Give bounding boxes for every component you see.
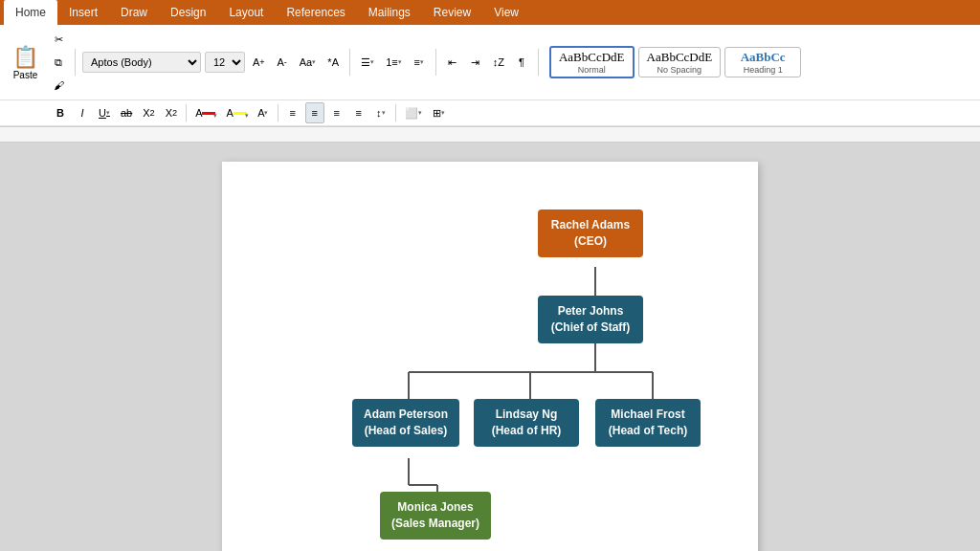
- paste-button[interactable]: 📋 Paste: [6, 42, 45, 83]
- toolbar-row1: 📋 Paste ✂ ⧉ 🖌 Aptos (Body) Arial Times N…: [0, 25, 980, 100]
- head-of-sales-node: Adam Peterson (Head of Sales): [352, 399, 459, 447]
- ceo-node: Rachel Adams (CEO): [538, 209, 643, 257]
- style-heading1-preview: AaBbCc: [733, 50, 792, 65]
- clipboard-small-buttons: ✂ ⧉ 🖌: [49, 29, 68, 96]
- page-area: Rachel Adams (CEO) Peter Johns (Chief of…: [0, 143, 980, 551]
- mgr-name: Monica Jones: [397, 500, 473, 514]
- align-right-button[interactable]: ≡: [327, 102, 346, 123]
- styles-section: AaBbCcDdE Normal AaBbCcDdE No Spacing Aa…: [549, 46, 801, 78]
- chief-of-staff-node: Peter Johns (Chief of Staff): [538, 296, 643, 343]
- shading-button[interactable]: A▾: [254, 102, 273, 123]
- italic-button[interactable]: I: [73, 102, 92, 123]
- strikethrough-button[interactable]: ab: [117, 102, 136, 123]
- increase-indent-button[interactable]: ⇥: [466, 52, 485, 73]
- line-spacing-button[interactable]: ↕ ▾: [371, 102, 390, 123]
- style-no-spacing[interactable]: AaBbCcDdE No Spacing: [638, 47, 722, 77]
- sales-name: Adam Peterson: [364, 408, 448, 421]
- decrease-indent-button[interactable]: ⇤: [443, 52, 462, 73]
- main-area: Rachel Adams (CEO) Peter Johns (Chief of…: [0, 143, 980, 551]
- increase-font-button[interactable]: A+: [249, 52, 269, 73]
- separator1: [75, 49, 76, 76]
- numbering-button[interactable]: 1≡ ▾: [382, 52, 406, 73]
- bullets-button[interactable]: ☰ ▾: [357, 52, 378, 73]
- paste-icon: 📋: [12, 45, 38, 70]
- ceo-title-text: CEO: [578, 234, 603, 248]
- cut-button[interactable]: ✂: [49, 29, 68, 50]
- bold-button[interactable]: B: [51, 102, 70, 123]
- toolbar-row2: B I U ▾ ab X2 X2 A ▾ A ▾ A▾ ≡ ≡ ≡ ≡ ↕ ▾ …: [0, 100, 980, 126]
- org-chart: Rachel Adams (CEO) Peter Johns (Chief of…: [270, 200, 710, 551]
- format-painter-button[interactable]: 🖌: [49, 75, 68, 96]
- ribbon: Home Insert Draw Design Layout Reference…: [0, 0, 980, 127]
- highlight-color-button[interactable]: A ▾: [222, 102, 250, 123]
- font-size-select[interactable]: 12 10 11 14 16: [205, 52, 245, 73]
- font-name-select[interactable]: Aptos (Body) Arial Times New Roman Calib…: [82, 52, 201, 73]
- tab-view[interactable]: View: [482, 0, 530, 25]
- underline-button[interactable]: U ▾: [95, 102, 114, 123]
- style-no-spacing-label: No Spacing: [647, 65, 713, 75]
- tech-name: Michael Frost: [611, 408, 684, 421]
- decrease-font-button[interactable]: A-: [273, 52, 292, 73]
- show-marks-button[interactable]: ¶: [512, 52, 531, 73]
- superscript-button[interactable]: X2: [162, 102, 181, 123]
- tab-home[interactable]: Home: [4, 0, 57, 25]
- hr-title: Head of HR: [496, 424, 558, 437]
- menu-bar: Home Insert Draw Design Layout Reference…: [0, 0, 980, 25]
- tab-review[interactable]: Review: [422, 0, 482, 25]
- separator5: [186, 104, 187, 121]
- style-heading1[interactable]: AaBbCc Heading 1: [724, 47, 801, 77]
- style-normal-label: Normal: [559, 65, 625, 75]
- change-case-button[interactable]: Aa ▾: [296, 52, 320, 73]
- separator2: [349, 49, 350, 76]
- ceo-name: Rachel Adams: [551, 218, 630, 231]
- font-color-button[interactable]: A ▾: [191, 102, 219, 123]
- multilevel-list-button[interactable]: ≡ ▾: [410, 52, 429, 73]
- head-of-tech-node: Michael Frost (Head of Tech): [595, 399, 701, 447]
- cos-title: Chief of Staff: [555, 320, 627, 334]
- separator3: [435, 49, 436, 76]
- align-center-button[interactable]: ≡: [305, 102, 324, 123]
- tech-title: Head of Tech: [612, 424, 683, 437]
- tab-design[interactable]: Design: [159, 0, 217, 25]
- cos-name: Peter Johns: [558, 304, 624, 318]
- sales-title: Head of Sales: [368, 424, 444, 437]
- tab-layout[interactable]: Layout: [217, 0, 275, 25]
- clear-formatting-button[interactable]: *A: [323, 52, 343, 73]
- hr-name: Lindsay Ng: [496, 408, 558, 421]
- tab-references[interactable]: References: [275, 0, 356, 25]
- tab-insert[interactable]: Insert: [57, 0, 109, 25]
- ruler: [0, 127, 980, 143]
- justify-button[interactable]: ≡: [349, 102, 368, 123]
- sort-button[interactable]: ↕Z: [489, 52, 508, 73]
- borders-button[interactable]: ⊞ ▾: [429, 102, 449, 123]
- tab-draw[interactable]: Draw: [109, 0, 159, 25]
- tab-mailings[interactable]: Mailings: [357, 0, 422, 25]
- sales-manager-node: Monica Jones (Sales Manager): [380, 492, 491, 540]
- style-normal[interactable]: AaBbCcDdE Normal: [549, 46, 635, 78]
- shading2-button[interactable]: ⬜ ▾: [401, 102, 426, 123]
- style-normal-preview: AaBbCcDdE: [559, 50, 625, 65]
- separator7: [395, 104, 396, 121]
- subscript-button[interactable]: X2: [139, 102, 158, 123]
- style-no-spacing-preview: AaBbCcDdE: [647, 50, 713, 65]
- paste-label: Paste: [13, 70, 38, 80]
- align-left-button[interactable]: ≡: [283, 102, 302, 123]
- separator4: [538, 49, 539, 76]
- separator6: [278, 104, 278, 121]
- mgr-title: Sales Manager: [395, 517, 476, 530]
- head-of-hr-node: Lindsay Ng (Head of HR): [474, 399, 579, 447]
- document-page: Rachel Adams (CEO) Peter Johns (Chief of…: [222, 162, 758, 551]
- copy-button[interactable]: ⧉: [49, 52, 68, 73]
- style-heading1-label: Heading 1: [733, 65, 792, 75]
